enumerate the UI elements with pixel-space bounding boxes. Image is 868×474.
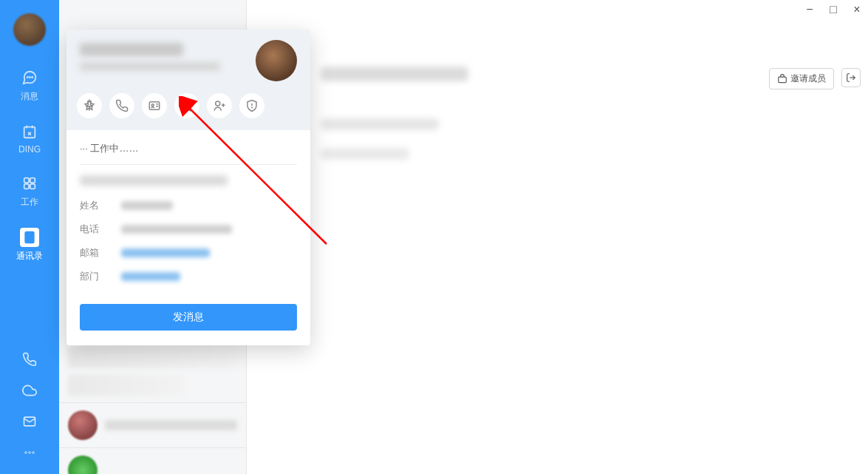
field-dept: 部门 bbox=[80, 270, 297, 283]
add-contact-button[interactable] bbox=[207, 93, 232, 118]
profile-org-blurred bbox=[80, 175, 228, 186]
phone-icon[interactable] bbox=[20, 350, 39, 369]
cloud-icon[interactable] bbox=[20, 381, 39, 400]
contact-avatar bbox=[68, 456, 98, 474]
profile-action-row bbox=[66, 84, 310, 130]
invite-member-label: 邀请成员 bbox=[790, 72, 826, 85]
field-label: 邮箱 bbox=[80, 246, 102, 260]
profile-body: ··· 工作中…… 姓名 电话 邮箱 部门 发消息 bbox=[66, 130, 310, 345]
svg-point-9 bbox=[28, 234, 31, 237]
field-value-blurred[interactable] bbox=[121, 272, 180, 281]
profile-subtitle-blurred bbox=[80, 62, 220, 71]
svg-rect-4 bbox=[24, 178, 29, 183]
svg-point-0 bbox=[27, 77, 28, 78]
svg-point-2 bbox=[32, 77, 33, 78]
svg-point-13 bbox=[33, 452, 35, 454]
nav-messages[interactable]: 消息 bbox=[20, 68, 39, 103]
profile-name-blurred bbox=[80, 43, 183, 56]
nav-work[interactable]: 工作 bbox=[20, 174, 39, 209]
field-value-blurred[interactable] bbox=[121, 248, 210, 257]
field-label: 姓名 bbox=[80, 199, 102, 212]
send-message-button[interactable]: 发消息 bbox=[80, 304, 297, 331]
nav-contacts[interactable]: 通讯录 bbox=[16, 228, 43, 263]
field-value-blurred bbox=[121, 201, 173, 210]
field-label: 电话 bbox=[80, 223, 102, 236]
more-icon[interactable] bbox=[20, 443, 39, 462]
field-name: 姓名 bbox=[80, 199, 297, 212]
nav-label: DING bbox=[18, 144, 41, 155]
field-value-blurred bbox=[121, 225, 232, 234]
field-phone: 电话 bbox=[80, 223, 297, 236]
call-button[interactable] bbox=[109, 93, 134, 118]
apps-icon bbox=[20, 174, 39, 193]
profile-status: ··· 工作中…… bbox=[80, 142, 297, 165]
list-item[interactable] bbox=[59, 403, 246, 447]
list-item[interactable] bbox=[68, 346, 237, 368]
svg-rect-6 bbox=[24, 184, 29, 189]
star-button[interactable] bbox=[174, 93, 199, 118]
nav-label: 通讯录 bbox=[16, 250, 43, 263]
profile-card: ··· 工作中…… 姓名 电话 邮箱 部门 发消息 bbox=[66, 30, 310, 345]
svg-rect-5 bbox=[30, 178, 35, 183]
left-rail: 消息 DING 工作 通讯录 bbox=[0, 0, 59, 474]
window-controls: − □ × bbox=[804, 4, 862, 15]
main-panel: − □ × 邀请成员 bbox=[247, 0, 868, 474]
pin-button[interactable] bbox=[77, 93, 102, 118]
svg-point-11 bbox=[25, 452, 27, 454]
profile-avatar[interactable] bbox=[256, 40, 297, 81]
message-icon bbox=[20, 68, 39, 87]
exit-button[interactable] bbox=[841, 68, 861, 87]
ding-icon bbox=[20, 122, 39, 141]
mail-icon[interactable] bbox=[20, 412, 39, 431]
svg-rect-7 bbox=[30, 184, 35, 189]
profile-header bbox=[66, 30, 310, 84]
maximize-button[interactable]: □ bbox=[828, 4, 838, 15]
field-email: 邮箱 bbox=[80, 246, 297, 260]
status-text: 工作中…… bbox=[90, 143, 138, 154]
svg-point-25 bbox=[252, 107, 253, 108]
org-title-blurred bbox=[321, 67, 468, 81]
svg-point-12 bbox=[29, 452, 31, 454]
org-subtitle-blurred bbox=[321, 118, 439, 130]
svg-point-1 bbox=[30, 77, 30, 78]
svg-rect-14 bbox=[779, 77, 787, 83]
contact-name-blurred bbox=[105, 420, 237, 430]
nav-ding[interactable]: DING bbox=[18, 122, 41, 155]
svg-point-17 bbox=[151, 104, 154, 106]
svg-point-21 bbox=[216, 101, 220, 106]
field-label: 部门 bbox=[80, 270, 102, 283]
card-button[interactable] bbox=[142, 93, 167, 118]
close-button[interactable]: × bbox=[852, 4, 862, 15]
invite-member-button[interactable]: 邀请成员 bbox=[769, 68, 834, 89]
status-prefix: ··· bbox=[80, 143, 88, 154]
svg-rect-3 bbox=[24, 127, 35, 138]
minimize-button[interactable]: − bbox=[804, 4, 815, 15]
contact-avatar bbox=[68, 410, 98, 440]
contacts-icon bbox=[20, 228, 39, 247]
user-avatar[interactable] bbox=[13, 13, 46, 46]
nav-label: 工作 bbox=[21, 196, 38, 209]
shield-button[interactable] bbox=[239, 93, 264, 118]
svg-marker-20 bbox=[182, 101, 193, 111]
list-item[interactable] bbox=[68, 374, 186, 396]
org-subtitle-blurred bbox=[321, 148, 409, 160]
nav-label: 消息 bbox=[21, 90, 38, 103]
list-item[interactable] bbox=[59, 448, 246, 474]
